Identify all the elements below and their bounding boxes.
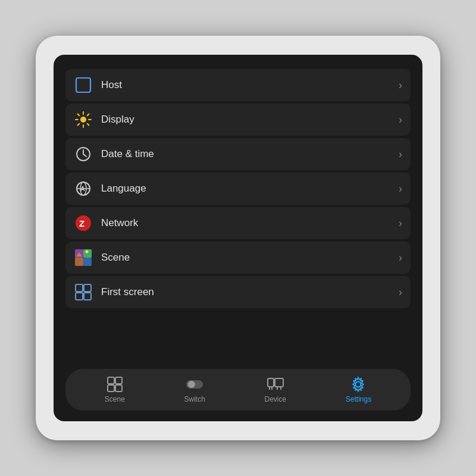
nav-item-device[interactable]: Device bbox=[255, 374, 296, 406]
chevron-scene: › bbox=[399, 252, 402, 264]
menu-item-host[interactable]: Host › bbox=[65, 69, 411, 101]
menu-label-scene: Scene bbox=[101, 252, 130, 264]
menu-label-first-screen: First screen bbox=[101, 286, 154, 298]
menu-item-network[interactable]: Z Network › bbox=[65, 207, 411, 239]
menu-item-first-screen[interactable]: First screen › bbox=[65, 276, 411, 308]
nav-switch-icon bbox=[186, 376, 203, 393]
chevron-network: › bbox=[399, 217, 402, 230]
svg-rect-37 bbox=[275, 378, 283, 387]
nav-label-scene: Scene bbox=[105, 395, 125, 403]
svg-rect-22 bbox=[75, 258, 83, 266]
language-icon: A bbox=[74, 179, 93, 198]
nav-item-settings[interactable]: Settings bbox=[336, 374, 381, 406]
menu-label-display: Display bbox=[101, 114, 134, 126]
svg-point-42 bbox=[356, 382, 361, 387]
settings-menu-list: Host › bbox=[65, 69, 411, 361]
nav-device-icon bbox=[267, 376, 284, 393]
nav-item-switch[interactable]: Switch bbox=[174, 374, 214, 406]
svg-point-25 bbox=[86, 250, 89, 253]
svg-rect-36 bbox=[268, 378, 274, 387]
svg-line-9 bbox=[78, 124, 80, 126]
nav-item-scene[interactable]: Scene bbox=[95, 374, 134, 406]
svg-rect-31 bbox=[115, 377, 122, 384]
svg-rect-28 bbox=[76, 293, 83, 300]
svg-text:Z: Z bbox=[79, 218, 84, 228]
menu-label-network: Network bbox=[101, 217, 138, 229]
svg-line-6 bbox=[78, 114, 80, 116]
svg-point-35 bbox=[188, 381, 195, 388]
datetime-icon bbox=[74, 145, 93, 164]
chevron-display: › bbox=[399, 114, 402, 126]
bottom-nav: Scene Switch bbox=[65, 369, 411, 411]
menu-label-datetime: Date & time bbox=[101, 148, 154, 160]
svg-rect-32 bbox=[108, 385, 114, 392]
svg-point-1 bbox=[80, 117, 86, 123]
nav-label-settings: Settings bbox=[346, 395, 371, 403]
svg-line-12 bbox=[83, 154, 86, 156]
menu-item-language[interactable]: A Language › bbox=[65, 173, 411, 205]
svg-rect-23 bbox=[83, 258, 92, 266]
menu-item-display[interactable]: Display › bbox=[65, 104, 411, 136]
menu-item-datetime[interactable]: Date & time › bbox=[65, 138, 411, 170]
nav-settings-icon bbox=[350, 376, 367, 393]
svg-line-8 bbox=[87, 114, 89, 116]
nav-label-device: Device bbox=[264, 395, 286, 403]
menu-label-language: Language bbox=[101, 183, 146, 195]
menu-item-scene[interactable]: Scene › bbox=[65, 242, 411, 274]
nav-scene-icon bbox=[107, 376, 123, 393]
device-screen: Host › bbox=[54, 55, 422, 421]
svg-rect-33 bbox=[115, 385, 122, 392]
first-screen-icon bbox=[74, 283, 93, 302]
nav-label-switch: Switch bbox=[184, 395, 205, 403]
svg-rect-27 bbox=[84, 284, 91, 292]
display-icon bbox=[74, 110, 93, 129]
svg-line-7 bbox=[87, 124, 89, 126]
device-frame: Host › bbox=[36, 36, 440, 440]
chevron-first-screen: › bbox=[399, 286, 402, 299]
svg-text:A: A bbox=[80, 185, 85, 192]
chevron-host: › bbox=[399, 79, 402, 92]
chevron-language: › bbox=[399, 183, 402, 195]
scene-icon bbox=[74, 248, 93, 267]
svg-rect-30 bbox=[108, 377, 114, 384]
host-icon bbox=[74, 76, 93, 95]
network-icon: Z bbox=[74, 214, 93, 233]
menu-label-host: Host bbox=[101, 79, 122, 91]
chevron-datetime: › bbox=[399, 148, 402, 161]
svg-rect-26 bbox=[76, 284, 83, 292]
svg-rect-0 bbox=[76, 78, 90, 92]
svg-rect-29 bbox=[84, 293, 91, 300]
